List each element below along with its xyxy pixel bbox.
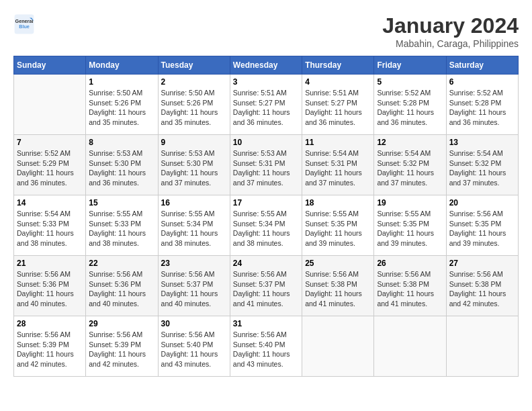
month-title: January 2024 [382,13,519,38]
day-info: Sunrise: 5:50 AM Sunset: 5:26 PM Dayligh… [161,88,227,128]
weekday-header-sunday: Sunday [14,56,86,75]
calendar-week-3: 14Sunrise: 5:54 AM Sunset: 5:33 PM Dayli… [14,195,519,256]
day-info: Sunrise: 5:55 AM Sunset: 5:34 PM Dayligh… [233,209,299,248]
day-number: 5 [377,77,443,87]
day-info: Sunrise: 5:55 AM Sunset: 5:35 PM Dayligh… [377,209,443,248]
day-number: 2 [161,77,227,87]
weekday-header-tuesday: Tuesday [158,56,230,75]
title-block: January 2024 Mabahin, Caraga, Philippine… [382,13,519,49]
day-number: 24 [233,259,299,268]
calendar-cell: 30Sunrise: 5:56 AM Sunset: 5:40 PM Dayli… [158,316,230,377]
day-number: 16 [161,198,227,208]
day-info: Sunrise: 5:56 AM Sunset: 5:38 PM Dayligh… [449,269,515,309]
day-number: 18 [305,198,371,208]
day-info: Sunrise: 5:52 AM Sunset: 5:28 PM Dayligh… [449,88,515,128]
calendar-cell: 21Sunrise: 5:56 AM Sunset: 5:36 PM Dayli… [14,256,86,316]
day-number: 9 [161,138,227,147]
day-info: Sunrise: 5:52 AM Sunset: 5:28 PM Dayligh… [377,88,443,128]
weekday-header-saturday: Saturday [446,56,518,75]
day-number: 30 [161,319,227,328]
day-number: 22 [89,259,154,268]
calendar-cell: 15Sunrise: 5:55 AM Sunset: 5:33 PM Dayli… [86,195,158,256]
calendar-cell: 24Sunrise: 5:56 AM Sunset: 5:37 PM Dayli… [230,256,302,316]
day-info: Sunrise: 5:51 AM Sunset: 5:27 PM Dayligh… [305,88,371,128]
calendar-cell: 25Sunrise: 5:56 AM Sunset: 5:38 PM Dayli… [302,256,374,316]
day-number: 14 [17,198,83,208]
day-info: Sunrise: 5:56 AM Sunset: 5:36 PM Dayligh… [89,269,154,309]
day-info: Sunrise: 5:54 AM Sunset: 5:31 PM Dayligh… [305,148,371,188]
calendar-cell: 2Sunrise: 5:50 AM Sunset: 5:26 PM Daylig… [158,75,230,135]
calendar-cell: 17Sunrise: 5:55 AM Sunset: 5:34 PM Dayli… [230,195,302,256]
day-info: Sunrise: 5:56 AM Sunset: 5:39 PM Dayligh… [89,330,154,369]
calendar-body: 1Sunrise: 5:50 AM Sunset: 5:26 PM Daylig… [14,75,519,377]
calendar-cell: 31Sunrise: 5:56 AM Sunset: 5:40 PM Dayli… [230,316,302,377]
day-number: 17 [233,198,299,208]
weekday-header-wednesday: Wednesday [230,56,302,75]
calendar-table: SundayMondayTuesdayWednesdayThursdayFrid… [13,56,519,377]
day-info: Sunrise: 5:54 AM Sunset: 5:32 PM Dayligh… [449,148,515,188]
day-number: 13 [449,138,515,147]
weekday-header-monday: Monday [86,56,158,75]
day-info: Sunrise: 5:56 AM Sunset: 5:36 PM Dayligh… [17,269,83,309]
day-number: 25 [305,259,371,268]
day-info: Sunrise: 5:51 AM Sunset: 5:27 PM Dayligh… [233,88,299,128]
day-info: Sunrise: 5:55 AM Sunset: 5:35 PM Dayligh… [305,209,371,248]
page-header: General Blue January 2024 Mabahin, Carag… [13,13,519,49]
calendar-cell: 5Sunrise: 5:52 AM Sunset: 5:28 PM Daylig… [374,75,446,135]
calendar-cell: 9Sunrise: 5:53 AM Sunset: 5:30 PM Daylig… [158,135,230,195]
svg-text:Blue: Blue [19,24,30,30]
day-info: Sunrise: 5:54 AM Sunset: 5:32 PM Dayligh… [377,148,443,188]
day-number: 28 [17,319,83,328]
calendar-week-2: 7Sunrise: 5:52 AM Sunset: 5:29 PM Daylig… [14,135,519,195]
calendar-cell [14,75,86,135]
day-info: Sunrise: 5:55 AM Sunset: 5:33 PM Dayligh… [89,209,154,248]
day-number: 29 [89,319,154,328]
calendar-cell: 6Sunrise: 5:52 AM Sunset: 5:28 PM Daylig… [446,75,518,135]
calendar-cell: 22Sunrise: 5:56 AM Sunset: 5:36 PM Dayli… [86,256,158,316]
calendar-cell: 7Sunrise: 5:52 AM Sunset: 5:29 PM Daylig… [14,135,86,195]
calendar-cell [374,316,446,377]
day-info: Sunrise: 5:56 AM Sunset: 5:40 PM Dayligh… [233,330,299,369]
calendar-cell: 28Sunrise: 5:56 AM Sunset: 5:39 PM Dayli… [14,316,86,377]
day-number: 20 [449,198,515,208]
day-info: Sunrise: 5:56 AM Sunset: 5:38 PM Dayligh… [305,269,371,309]
day-info: Sunrise: 5:52 AM Sunset: 5:29 PM Dayligh… [17,148,83,188]
day-number: 3 [233,77,299,87]
logo: General Blue [13,13,35,35]
calendar-cell: 10Sunrise: 5:53 AM Sunset: 5:31 PM Dayli… [230,135,302,195]
day-info: Sunrise: 5:56 AM Sunset: 5:39 PM Dayligh… [17,330,83,369]
calendar-cell: 27Sunrise: 5:56 AM Sunset: 5:38 PM Dayli… [446,256,518,316]
day-info: Sunrise: 5:53 AM Sunset: 5:30 PM Dayligh… [161,148,227,188]
calendar-cell: 16Sunrise: 5:55 AM Sunset: 5:34 PM Dayli… [158,195,230,256]
day-info: Sunrise: 5:56 AM Sunset: 5:40 PM Dayligh… [161,330,227,369]
day-number: 23 [161,259,227,268]
calendar-cell: 13Sunrise: 5:54 AM Sunset: 5:32 PM Dayli… [446,135,518,195]
day-info: Sunrise: 5:56 AM Sunset: 5:35 PM Dayligh… [449,209,515,248]
day-number: 15 [89,198,154,208]
calendar-cell: 3Sunrise: 5:51 AM Sunset: 5:27 PM Daylig… [230,75,302,135]
day-info: Sunrise: 5:50 AM Sunset: 5:26 PM Dayligh… [89,88,154,128]
weekday-header-friday: Friday [374,56,446,75]
calendar-cell: 19Sunrise: 5:55 AM Sunset: 5:35 PM Dayli… [374,195,446,256]
calendar-cell: 14Sunrise: 5:54 AM Sunset: 5:33 PM Dayli… [14,195,86,256]
calendar-cell: 8Sunrise: 5:53 AM Sunset: 5:30 PM Daylig… [86,135,158,195]
calendar-cell: 1Sunrise: 5:50 AM Sunset: 5:26 PM Daylig… [86,75,158,135]
calendar-cell: 18Sunrise: 5:55 AM Sunset: 5:35 PM Dayli… [302,195,374,256]
calendar-cell [302,316,374,377]
calendar-cell: 20Sunrise: 5:56 AM Sunset: 5:35 PM Dayli… [446,195,518,256]
day-number: 10 [233,138,299,147]
calendar-week-1: 1Sunrise: 5:50 AM Sunset: 5:26 PM Daylig… [14,75,519,135]
calendar-cell: 11Sunrise: 5:54 AM Sunset: 5:31 PM Dayli… [302,135,374,195]
day-info: Sunrise: 5:56 AM Sunset: 5:37 PM Dayligh… [161,269,227,309]
location: Mabahin, Caraga, Philippines [382,38,519,49]
day-number: 12 [377,138,443,147]
day-info: Sunrise: 5:53 AM Sunset: 5:31 PM Dayligh… [233,148,299,188]
day-number: 31 [233,319,299,328]
header-row: SundayMondayTuesdayWednesdayThursdayFrid… [14,56,519,75]
day-info: Sunrise: 5:56 AM Sunset: 5:38 PM Dayligh… [377,269,443,309]
calendar-week-4: 21Sunrise: 5:56 AM Sunset: 5:36 PM Dayli… [14,256,519,316]
day-number: 8 [89,138,154,147]
logo-icon: General Blue [13,13,35,35]
calendar-cell [446,316,518,377]
day-number: 1 [89,77,154,87]
